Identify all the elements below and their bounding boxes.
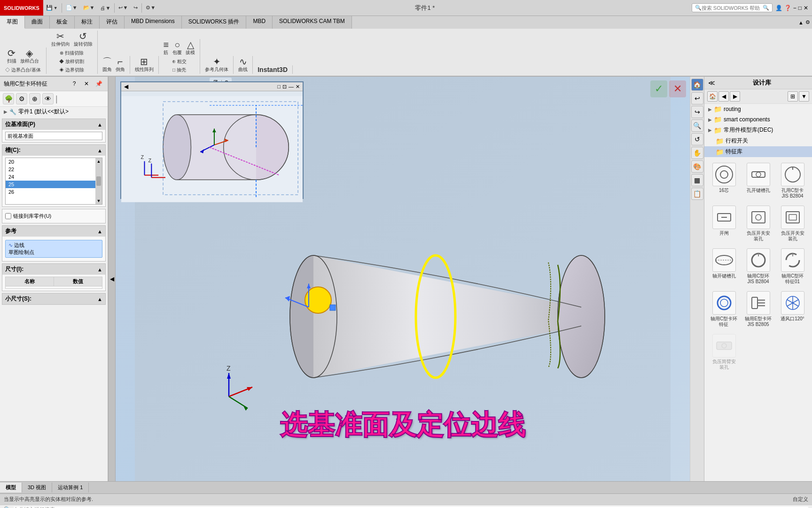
dim-collapse-btn[interactable]: ▲ xyxy=(97,267,102,272)
boundary-cut-icon[interactable]: ◈ 边界切除 xyxy=(58,66,86,74)
preview-close[interactable]: ✕ xyxy=(296,84,300,90)
comp-16pin[interactable]: 16芯 xyxy=(708,161,740,201)
nav-pan-icon[interactable]: ✋ xyxy=(691,147,703,159)
library-settings-btn[interactable]: ▼ xyxy=(799,91,809,102)
comp-shaft-keyslot[interactable]: 轴开键槽孔 xyxy=(708,246,740,286)
library-tree-entry-smart[interactable]: ▶ 📁 smart components xyxy=(704,114,812,125)
nav-home-icon[interactable]: 🏠 xyxy=(691,79,703,91)
wrap-icon[interactable]: ○包覆 xyxy=(172,39,183,57)
listbox-scrollbar[interactable]: ▲ ▼ xyxy=(95,158,102,204)
connect-part-checkbox[interactable] xyxy=(5,213,11,219)
new-btn[interactable]: 📄▼ xyxy=(63,4,80,12)
tree-item-part[interactable]: ▶ 🔧 零件1 (默认<<默认> xyxy=(0,107,108,117)
instant3d-icon[interactable]: Instant3D xyxy=(257,65,289,74)
nav-rotate-icon[interactable]: ↺ xyxy=(691,133,703,145)
intersect-icon[interactable]: ⊕ 粗交 xyxy=(171,58,188,65)
open-btn[interactable]: 📂▼ xyxy=(80,4,98,12)
tab-surface[interactable]: 曲面 xyxy=(25,16,50,29)
display-tree-icon[interactable]: 👁 xyxy=(42,93,54,104)
ribbon-settings-icon[interactable]: ⚙ xyxy=(805,19,810,25)
shell-icon[interactable]: □ 抽壳 xyxy=(171,66,187,74)
groove-item-20[interactable]: 20 xyxy=(6,158,102,166)
tab-motion[interactable]: 运动算例 1 xyxy=(52,483,89,492)
library-view-btn[interactable]: ⊞ xyxy=(788,91,798,102)
scan-icon[interactable]: ⟳扫描 xyxy=(6,48,17,65)
tab-model[interactable]: 模型 xyxy=(0,483,22,492)
datum-collapse-btn[interactable]: ▲ xyxy=(97,122,102,127)
scroll-down[interactable]: ▼ xyxy=(97,198,101,203)
groove-item-26[interactable]: 26 xyxy=(6,188,102,196)
nav-section-icon[interactable]: ▦ xyxy=(691,174,703,186)
quick-access-toolbar[interactable]: 💾 ▼ xyxy=(43,4,61,12)
confirm-cancel-btn[interactable]: ✕ xyxy=(669,80,686,97)
comp-shaft-c-ring-feat01[interactable]: 轴用C型环特征01 xyxy=(777,246,808,286)
maximize-icon[interactable]: □ xyxy=(798,5,802,11)
close-panel-btn[interactable]: ✕ xyxy=(81,79,92,89)
pin-panel-btn[interactable]: 📌 xyxy=(94,79,104,89)
fillet-icon[interactable]: ⌒圆角 xyxy=(102,56,113,74)
tab-mbd-dim[interactable]: MBD Dimensions xyxy=(125,16,182,29)
boundary-boss-icon[interactable]: ◇ 边界凸台/基体 xyxy=(4,66,42,74)
preview-restore[interactable]: □ xyxy=(277,84,281,90)
nav-display-icon[interactable]: 📋 xyxy=(691,188,703,200)
groove-item-22[interactable]: 22 xyxy=(6,166,102,173)
nav-forward-icon[interactable]: ↪ xyxy=(691,106,703,118)
redo-btn[interactable]: ↪ xyxy=(131,4,141,12)
comp-retaining-jis[interactable]: 孔用C型卡JIS B2804 xyxy=(777,161,808,201)
config-tree-icon[interactable]: ⊕ xyxy=(29,93,40,104)
tab-sheetmetal[interactable]: 板金 xyxy=(50,16,75,29)
panel-divider[interactable]: ◀ xyxy=(108,77,116,481)
library-tree-entry-features[interactable]: 📁 特征库 xyxy=(704,146,812,157)
confirm-ok-btn[interactable]: ✓ xyxy=(650,80,667,97)
close-icon[interactable]: ✕ xyxy=(804,5,808,11)
comp-shaft-e-ring[interactable]: 轴用E型卡环JIS B2805 xyxy=(742,289,774,329)
comp-shaft-c-ring-2804[interactable]: 轴用C型环JIS B2804 xyxy=(742,246,774,286)
extrude-cut-icon[interactable]: ✂拉伸切向 xyxy=(50,31,71,48)
dim-header[interactable]: 尺寸(I): ▲ xyxy=(2,264,105,275)
ref-header[interactable]: 参考 ▲ xyxy=(2,226,105,237)
chamfer-icon[interactable]: ⌐倒角 xyxy=(115,56,126,74)
library-tree-entry-models[interactable]: ▶ 📁 常用件模型库(DEC) xyxy=(704,125,812,135)
connect-part-row[interactable]: 链接到库零件(U) xyxy=(5,213,102,220)
datum-plane-input[interactable] xyxy=(5,132,102,140)
tab-sw-cam[interactable]: SOLIDWORKS CAM TBM xyxy=(273,16,352,29)
library-tree-entry-routing[interactable]: ▶ 📁 routing xyxy=(704,104,812,114)
comp-neg-press-mount1[interactable]: 负压开关安装孔 xyxy=(742,204,774,244)
help-btn[interactable]: ? xyxy=(69,79,79,89)
feature-tree-icon[interactable]: 🌳 xyxy=(3,93,14,104)
ref-sketch-item[interactable]: 草图绘制点 xyxy=(8,249,99,256)
comp-keyslot[interactable]: 孔开键槽孔 xyxy=(742,161,774,201)
library-back-btn[interactable]: ◀ xyxy=(718,91,729,102)
comp-vent-120[interactable]: 通风口120° xyxy=(777,289,808,329)
right-panel-collapse-icon[interactable]: ≪ xyxy=(708,79,715,87)
nav-view-icon[interactable]: ↩ xyxy=(691,92,703,104)
loft-cut-icon[interactable]: ◆ 放样切割 xyxy=(58,58,86,65)
nav-appearance-icon[interactable]: 🎨 xyxy=(691,160,703,173)
groove-header[interactable]: 槽(C): ▲ xyxy=(2,145,105,156)
revolve-cut-icon[interactable]: ↺旋转切除 xyxy=(73,31,94,48)
tab-evaluate[interactable]: 评估 xyxy=(100,16,125,29)
preview-nav-left[interactable]: ◀ xyxy=(124,83,128,90)
user-icon[interactable]: 👤 xyxy=(775,5,782,11)
nav-zoom-icon[interactable]: 🔍 xyxy=(691,119,703,132)
help-icon[interactable]: ❓ xyxy=(784,5,791,11)
settings-btn[interactable]: ⚙▼ xyxy=(143,4,158,12)
preview-maximize[interactable]: ⊡ xyxy=(282,84,287,90)
search-input[interactable] xyxy=(702,5,763,11)
tab-3d-view[interactable]: 3D 视图 xyxy=(22,483,52,492)
linear-pattern-icon[interactable]: ⊞线性阵列 xyxy=(134,56,155,74)
ref-geom-icon[interactable]: ✦参考几何体 xyxy=(204,56,229,74)
ref-edge-item[interactable]: ∿ 边线 xyxy=(8,242,99,249)
comp-shaft-c-ring-feat[interactable]: 轴用C型卡环特征 xyxy=(708,289,740,329)
search-bar[interactable]: 🔍 🔍 xyxy=(692,3,773,12)
small-dim-header[interactable]: 小尺寸(S): ▲ xyxy=(2,294,105,304)
library-tree-entry-switch[interactable]: 📁 行程开关 xyxy=(704,135,812,146)
loft-icon[interactable]: ◈放样凸台 xyxy=(19,48,40,65)
print-btn[interactable]: 🖨▼ xyxy=(97,4,113,12)
tab-mbd[interactable]: MBD xyxy=(246,16,273,29)
curves-icon[interactable]: ∿曲线 xyxy=(237,56,249,74)
minimize-icon[interactable]: − xyxy=(793,5,796,11)
tab-markup[interactable]: 标注 xyxy=(75,16,100,29)
comp-neg-press-mount2[interactable]: 负压开关安装孔 xyxy=(777,204,808,244)
comp-switch[interactable]: 开闸 xyxy=(708,204,740,244)
